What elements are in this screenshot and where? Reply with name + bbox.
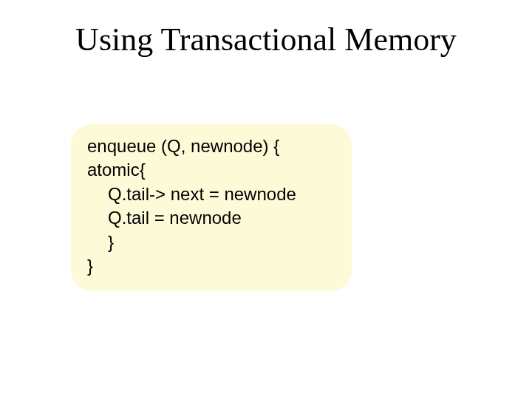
code-line-4: Q.tail = newnode [87,206,335,230]
code-box: enqueue (Q, newnode) { atomic{ Q.tail-> … [71,124,352,291]
code-line-3: Q.tail-> next = newnode [87,183,335,206]
code-line-5: } [87,231,335,254]
slide-title: Using Transactional Memory [0,21,532,58]
code-line-1: enqueue (Q, newnode) { [87,134,335,158]
code-line-2: atomic{ [87,158,335,182]
slide: Using Transactional Memory enqueue (Q, n… [0,0,532,399]
code-line-6: } [87,254,335,278]
